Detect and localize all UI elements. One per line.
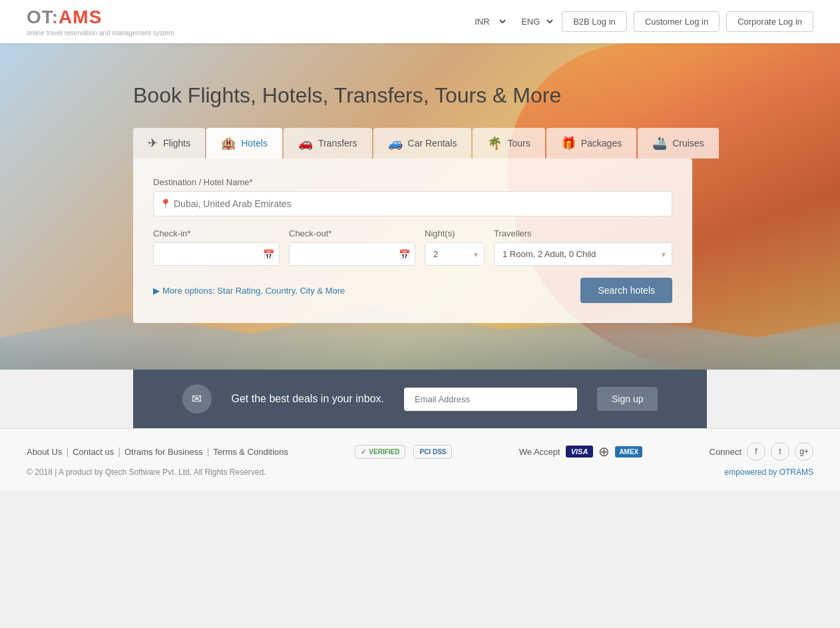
checkout-input[interactable]: 8 Jun, Wed [289, 242, 415, 266]
more-options-link[interactable]: ▶ More options: Star Rating, Country, Ci… [153, 286, 345, 296]
footer-link-about[interactable]: About Us [27, 447, 62, 457]
checkin-input-wrap: 6 Jun, Wed 📅 [153, 242, 280, 266]
copyright-text: © 2018 | A product by Qtech Software Pvt… [27, 468, 266, 477]
travellers-label: Travellers [494, 228, 672, 238]
facebook-icon[interactable]: f [747, 442, 765, 461]
social-connect: Connect f t g+ [710, 442, 813, 461]
pci-label: PCI DSS [419, 448, 446, 456]
logo-text: OT:AMS [27, 7, 174, 28]
cruises-icon: 🚢 [652, 136, 667, 151]
tab-packages-label: Packages [581, 138, 622, 149]
service-tabs: ✈ Flights 🏨 Hotels 🚗 Transfers 🚙 Car Ren… [133, 128, 840, 158]
checkin-group: Check-in* 6 Jun, Wed 📅 [153, 228, 280, 266]
hero-content: Book Flights, Hotels, Transfers, Tours &… [0, 43, 840, 323]
footer-link-contact[interactable]: Contact us [73, 447, 114, 457]
google-plus-icon[interactable]: g+ [795, 442, 813, 461]
tab-tours[interactable]: 🌴 Tours [473, 128, 544, 158]
checkin-calendar-icon: 📅 [263, 249, 274, 260]
tab-hotels[interactable]: 🏨 Hotels [206, 128, 282, 158]
newsletter-email-input[interactable] [404, 388, 577, 411]
language-select[interactable]: ENG ARB FR [515, 13, 555, 30]
currency-select[interactable]: INR USD EUR [468, 13, 508, 30]
payment-methods: We Accept VISA ⊕ AMEX [519, 444, 643, 460]
checkout-group: Check-out* 8 Jun, Wed 📅 [289, 228, 415, 266]
location-pin-icon: 📍 [160, 198, 171, 209]
tab-flights-label: Flights [163, 138, 190, 149]
footer-badges: ✓ VERIFIED PCI DSS [355, 445, 452, 459]
checkin-label: Check-in* [153, 228, 280, 238]
tab-hotels-label: Hotels [241, 138, 268, 149]
car-rentals-icon: 🚙 [388, 136, 403, 151]
checkmark-icon: ✓ [361, 448, 366, 456]
nights-group: Night(s) 1 2 3 4 5 6 7 ▼ [425, 228, 485, 266]
nights-select-wrap: 1 2 3 4 5 6 7 ▼ [425, 242, 485, 266]
travellers-select-wrap: 1 Room, 2 Adult, 0 Child 1 Room, 1 Adult… [494, 242, 672, 266]
tab-packages[interactable]: 🎁 Packages [546, 128, 636, 158]
header: OT:AMS online travel reservation and man… [0, 0, 840, 43]
tab-transfers-label: Transfers [318, 138, 357, 149]
header-right: INR USD EUR ENG ARB FR B2B Log in Custom… [468, 11, 813, 32]
newsletter-email-icon: ✉ [182, 384, 212, 414]
travellers-select[interactable]: 1 Room, 2 Adult, 0 Child 1 Room, 1 Adult… [494, 242, 672, 266]
hotels-icon: 🏨 [221, 136, 236, 151]
search-panel: Destination / Hotel Name* 📍 Check-in* 6 … [133, 158, 692, 323]
travellers-group: Travellers 1 Room, 2 Adult, 0 Child 1 Ro… [494, 228, 672, 266]
footer-link-terms[interactable]: Terms & Conditions [213, 447, 288, 457]
footer-top: About Us | Contact us | Otrams for Busin… [27, 442, 813, 461]
tab-tours-label: Tours [507, 138, 530, 149]
customer-login-button[interactable]: Customer Log in [634, 11, 720, 32]
tab-cruises[interactable]: 🚢 Cruises [638, 128, 718, 158]
packages-icon: 🎁 [561, 136, 576, 151]
tab-flights[interactable]: ✈ Flights [133, 128, 205, 158]
footer-bottom: © 2018 | A product by Qtech Software Pvt… [27, 468, 813, 477]
tab-cruises-label: Cruises [672, 138, 704, 149]
connect-label: Connect [710, 447, 741, 457]
checkout-input-wrap: 8 Jun, Wed 📅 [289, 242, 415, 266]
destination-label: Destination / Hotel Name* [153, 177, 672, 187]
verified-badge: ✓ VERIFIED [355, 445, 405, 459]
footer-link-business[interactable]: Otrams for Business [124, 447, 203, 457]
tab-car-rentals[interactable]: 🚙 Car Rentals [373, 128, 472, 158]
more-options-text: More options: Star Rating, Country, City… [162, 286, 345, 296]
visa-card-icon: VISA [566, 446, 594, 458]
destination-input[interactable] [153, 191, 672, 216]
newsletter-signup-button[interactable]: Sign up [597, 387, 658, 411]
newsletter-section: ✉ Get the best deals in your inbox. Sign… [133, 370, 707, 428]
twitter-icon[interactable]: t [771, 442, 789, 461]
newsletter-text: Get the best deals in your inbox. [232, 393, 384, 405]
logo-subtext: online travel reservation and management… [27, 29, 174, 37]
tours-icon: 🌴 [487, 136, 502, 151]
tab-transfers[interactable]: 🚗 Transfers [284, 128, 372, 158]
corporate-login-button[interactable]: Corporate Log in [726, 11, 813, 32]
nights-label: Night(s) [425, 228, 485, 238]
destination-input-wrap: 📍 [153, 191, 672, 216]
tab-car-rentals-label: Car Rentals [408, 138, 457, 149]
transfers-icon: 🚗 [298, 136, 313, 151]
fields-row: Check-in* 6 Jun, Wed 📅 Check-out* 8 Jun,… [153, 228, 672, 266]
checkout-calendar-icon: 📅 [399, 249, 410, 260]
hero-section: Book Flights, Hotels, Transfers, Tours &… [0, 43, 840, 370]
checkout-label: Check-out* [289, 228, 415, 238]
amex-card-icon: AMEX [615, 446, 642, 458]
we-accept-label: We Accept [519, 447, 560, 457]
nights-select[interactable]: 1 2 3 4 5 6 7 [425, 242, 485, 266]
more-options-arrow-icon: ▶ [153, 286, 160, 296]
powered-by-text: empowered by OTRAMS [725, 468, 813, 477]
checkin-input[interactable]: 6 Jun, Wed [153, 242, 280, 266]
logo: OT:AMS online travel reservation and man… [27, 7, 174, 37]
footer-links: About Us | Contact us | Otrams for Busin… [27, 446, 288, 457]
footer: About Us | Contact us | Otrams for Busin… [0, 428, 840, 490]
search-bottom-row: ▶ More options: Star Rating, Country, Ci… [153, 278, 672, 303]
flights-icon: ✈ [148, 136, 158, 151]
verified-label: VERIFIED [369, 448, 399, 456]
pci-badge: PCI DSS [413, 445, 452, 459]
b2b-login-button[interactable]: B2B Log in [562, 11, 627, 32]
destination-row: Destination / Hotel Name* 📍 [153, 177, 672, 216]
mastercard-icon: ⊕ [598, 444, 610, 460]
hero-title: Book Flights, Hotels, Transfers, Tours &… [133, 83, 840, 108]
search-hotels-button[interactable]: Search hotels [580, 278, 672, 303]
